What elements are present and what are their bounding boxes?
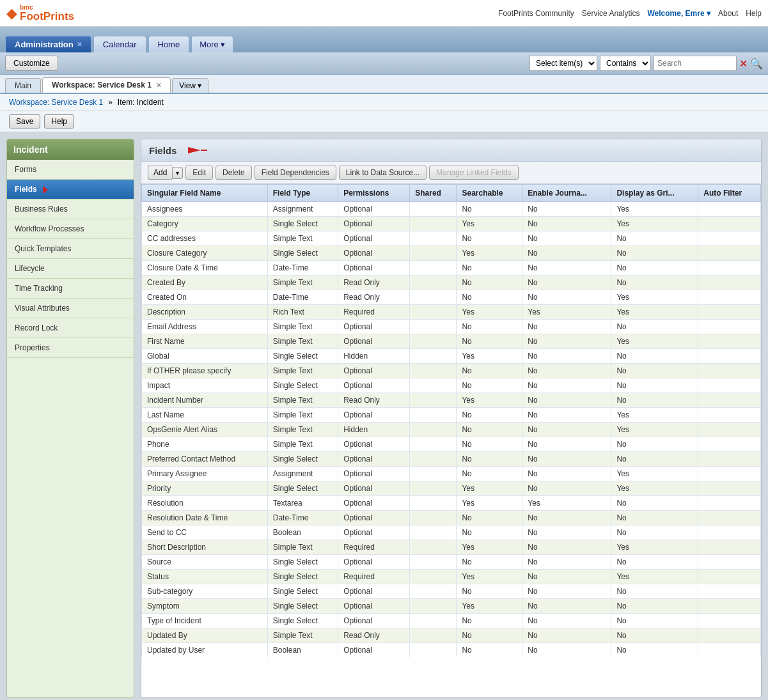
about-link[interactable]: About xyxy=(718,9,738,18)
table-cell: Rich Text xyxy=(267,305,338,320)
sidebar-item-fields[interactable]: Fields xyxy=(7,180,134,199)
fields-table-container: Singular Field Name Field Type Permissio… xyxy=(141,184,761,657)
sidebar-item-forms[interactable]: Forms xyxy=(7,160,134,180)
fields-header: Fields xyxy=(141,139,761,162)
workspace-link[interactable]: Workspace: Service Desk 1 xyxy=(9,98,103,107)
table-row[interactable]: Closure CategorySingle SelectOptionalYes… xyxy=(142,246,761,261)
table-cell: No xyxy=(457,364,522,378)
table-cell: Simple Text xyxy=(267,628,338,643)
table-row[interactable]: Last NameSimple TextOptionalNoNoYes xyxy=(142,408,761,423)
table-row[interactable]: CC addressesSimple TextOptionalNoNoNo xyxy=(142,231,761,246)
table-row[interactable]: AssigneesAssignmentOptionalNoNoYes xyxy=(142,202,761,217)
sidebar-item-business-rules[interactable]: Business Rules xyxy=(7,199,134,219)
table-cell: No xyxy=(611,231,698,246)
table-cell: Optional xyxy=(338,555,410,570)
table-row[interactable]: Created OnDate-TimeRead OnlyNoNoYes xyxy=(142,290,761,305)
sidebar-item-visual-attributes[interactable]: Visual Attributes xyxy=(7,299,134,318)
sidebar-item-time-tracking[interactable]: Time Tracking xyxy=(7,279,134,299)
table-cell: Resolution Date & Time xyxy=(142,511,268,525)
table-row[interactable]: Short DescriptionSimple TextRequiredYesN… xyxy=(142,540,761,555)
table-row[interactable]: PhoneSimple TextOptionalNoNoNo xyxy=(142,437,761,452)
table-row[interactable]: DescriptionRich TextRequiredYesYesYes xyxy=(142,305,761,320)
help-link[interactable]: Help xyxy=(746,9,762,18)
table-row[interactable]: Preferred Contact MethodSingle SelectOpt… xyxy=(142,452,761,467)
select-items-dropdown[interactable]: Select item(s) xyxy=(529,56,597,71)
tab-more[interactable]: More ▾ xyxy=(191,36,233,52)
table-row[interactable]: SymptomSingle SelectOptionalYesNoNo xyxy=(142,599,761,614)
table-cell: No xyxy=(457,555,522,570)
table-row[interactable]: ImpactSingle SelectOptionalNoNoNo xyxy=(142,378,761,393)
contains-dropdown[interactable]: Contains xyxy=(600,56,651,71)
table-cell xyxy=(698,511,761,525)
table-cell: No xyxy=(457,261,522,276)
table-cell: No xyxy=(522,584,611,599)
table-cell: Optional xyxy=(338,261,410,276)
table-row[interactable]: Send to CCBooleanOptionalNoNoNo xyxy=(142,525,761,540)
table-row[interactable]: First NameSimple TextOptionalNoNoYes xyxy=(142,334,761,349)
table-row[interactable]: Type of IncidentSingle SelectOptionalNoN… xyxy=(142,614,761,628)
table-row[interactable]: Resolution Date & TimeDate-TimeOptionalN… xyxy=(142,511,761,525)
field-dependencies-button[interactable]: Field Dependencies xyxy=(255,166,336,180)
table-cell: Type of Incident xyxy=(142,614,268,628)
search-input[interactable] xyxy=(654,56,737,71)
manage-linked-fields-button[interactable]: Manage Linked Fields xyxy=(429,166,518,180)
sidebar-item-lifecycle[interactable]: Lifecycle xyxy=(7,259,134,279)
add-dropdown-arrow[interactable]: ▾ xyxy=(172,167,183,179)
table-row[interactable]: Incident NumberSimple TextRead OnlyYesNo… xyxy=(142,393,761,408)
table-cell: Yes xyxy=(611,305,698,320)
sidebar-item-record-lock[interactable]: Record Lock xyxy=(7,318,134,338)
table-cell: Description xyxy=(142,305,268,320)
sidebar-item-workflow[interactable]: Workflow Processes xyxy=(7,219,134,239)
table-cell: Yes xyxy=(457,393,522,408)
sidebar-item-quick-templates[interactable]: Quick Templates xyxy=(7,239,134,259)
table-row[interactable]: Created BySimple TextRead OnlyNoNoNo xyxy=(142,276,761,290)
table-row[interactable]: Updated by UserBooleanOptionalNoNoNo xyxy=(142,643,761,658)
save-button[interactable]: Save xyxy=(9,114,40,128)
link-to-data-source-button[interactable]: Link to Data Source... xyxy=(339,166,427,180)
analytics-link[interactable]: Service Analytics xyxy=(582,9,640,18)
table-row[interactable]: SourceSingle SelectOptionalNoNoNo xyxy=(142,555,761,570)
table-cell: Optional xyxy=(338,378,410,393)
table-row[interactable]: StatusSingle SelectRequiredYesNoYes xyxy=(142,570,761,584)
table-cell: CC addresses xyxy=(142,231,268,246)
table-row[interactable]: PrioritySingle SelectOptionalYesNoYes xyxy=(142,481,761,496)
table-cell: Global xyxy=(142,349,268,364)
tab-administration[interactable]: Administration ✕ xyxy=(5,36,91,52)
tab-workspace[interactable]: Workspace: Service Desk 1 ✕ xyxy=(42,77,171,93)
search-go-icon[interactable]: 🔍 xyxy=(750,58,763,70)
table-row[interactable]: If OTHER please specifySimple TextOption… xyxy=(142,364,761,378)
table-row[interactable]: Primary AssigneeAssignmentOptionalNoNoYe… xyxy=(142,467,761,481)
table-cell: No xyxy=(457,511,522,525)
table-cell: No xyxy=(457,202,522,217)
table-cell: Yes xyxy=(457,570,522,584)
sidebar-item-properties[interactable]: Properties xyxy=(7,338,134,358)
welcome-link[interactable]: Welcome, Emre ▾ xyxy=(647,9,710,18)
close-workspace-icon[interactable]: ✕ xyxy=(156,82,161,89)
help-button[interactable]: Help xyxy=(44,114,74,128)
table-cell: Hidden xyxy=(338,423,410,437)
table-row[interactable]: CategorySingle SelectOptionalYesNoYes xyxy=(142,217,761,231)
table-row[interactable]: ResolutionTextareaOptionalYesYesNo xyxy=(142,496,761,511)
clear-search-icon[interactable]: ✕ xyxy=(739,58,748,70)
table-cell: Optional xyxy=(338,334,410,349)
customize-button[interactable]: Customize xyxy=(5,56,58,71)
table-row[interactable]: GlobalSingle SelectHiddenYesNoNo xyxy=(142,349,761,364)
table-row[interactable]: Updated BySimple TextRead OnlyNoNoNo xyxy=(142,628,761,643)
table-cell: Required xyxy=(338,570,410,584)
table-cell: No xyxy=(522,467,611,481)
edit-button[interactable]: Edit xyxy=(185,166,213,180)
close-administration-icon[interactable]: ✕ xyxy=(77,41,82,48)
table-cell: Yes xyxy=(611,481,698,496)
table-row[interactable]: Email AddressSimple TextOptionalNoNoNo xyxy=(142,320,761,334)
community-link[interactable]: FootPrints Community xyxy=(498,9,574,18)
add-button[interactable]: Add xyxy=(148,166,172,180)
tab-main[interactable]: Main xyxy=(5,78,41,93)
add-button-wrapper: Add ▾ xyxy=(148,166,183,180)
tab-home[interactable]: Home xyxy=(148,36,190,52)
tab-view[interactable]: View ▾ xyxy=(172,78,208,93)
table-row[interactable]: OpsGenie Alert AliasSimple TextHiddenNoN… xyxy=(142,423,761,437)
table-row[interactable]: Sub-categorySingle SelectOptionalNoNoNo xyxy=(142,584,761,599)
tab-calendar[interactable]: Calendar xyxy=(93,36,146,52)
delete-button[interactable]: Delete xyxy=(216,166,252,180)
table-row[interactable]: Closure Date & TimeDate-TimeOptionalNoNo… xyxy=(142,261,761,276)
